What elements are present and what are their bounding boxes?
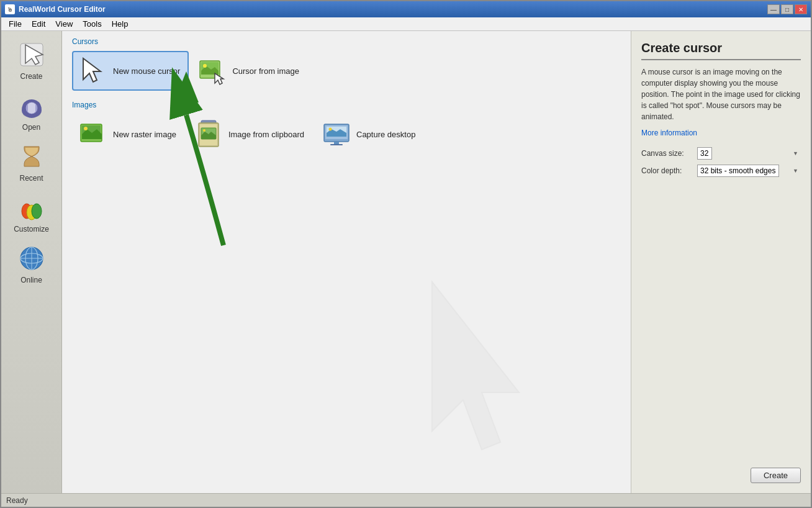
new-mouse-cursor-icon [78, 56, 108, 86]
close-button[interactable]: ✕ [795, 4, 807, 14]
menu-file[interactable]: File [4, 18, 27, 30]
menu-bar: File Edit View Tools Help [1, 17, 811, 31]
capture-desktop-label: Capture desktop [356, 130, 415, 139]
new-raster-image-icon [78, 119, 108, 149]
canvas-size-select[interactable]: 16 24 32 48 64 [697, 147, 712, 160]
title-bar: 🖱 RealWorld Cursor Editor — □ ✕ [1, 1, 811, 17]
menu-tools[interactable]: Tools [78, 18, 106, 30]
maximize-button[interactable]: □ [781, 4, 793, 14]
main-content: Cursors New mouse cursor [62, 31, 631, 493]
more-info-link[interactable]: More information [641, 129, 801, 137]
create-button[interactable]: Create [751, 468, 801, 483]
capture-desktop-card[interactable]: Capture desktop [315, 114, 424, 154]
svg-point-16 [203, 64, 207, 68]
images-section-label: Images [72, 101, 621, 109]
customize-label: Customize [14, 225, 49, 234]
svg-marker-13 [83, 58, 101, 82]
menu-edit[interactable]: Edit [27, 18, 50, 30]
cursor-from-image-card[interactable]: Cursor from image [191, 51, 308, 91]
menu-view[interactable]: View [50, 18, 78, 30]
minimize-button[interactable]: — [767, 4, 780, 14]
capture-desktop-icon [322, 119, 351, 149]
open-icon [17, 91, 47, 120]
new-mouse-cursor-card[interactable]: New mouse cursor [72, 51, 189, 91]
content-area: Cursors New mouse cursor [62, 31, 631, 493]
cursor-from-image-icon [197, 56, 227, 86]
online-label: Online [20, 276, 42, 284]
svg-point-29 [329, 128, 332, 131]
svg-point-20 [84, 127, 88, 130]
svg-point-25 [203, 129, 205, 132]
canvas-size-field: Canvas size: 16 24 32 48 64 [641, 147, 801, 160]
sidebar-item-online[interactable]: Online [4, 240, 59, 288]
create-label: Create [20, 72, 42, 81]
title-bar-left: 🖱 RealWorld Cursor Editor [5, 4, 106, 14]
image-from-clipboard-label: Image from clipboard [228, 130, 304, 139]
canvas-size-select-wrapper: 16 24 32 48 64 [697, 147, 801, 160]
content-inner: Cursors New mouse cursor [62, 31, 631, 170]
panel-title: Create cursor [641, 41, 801, 60]
main-window: 🖱 RealWorld Cursor Editor — □ ✕ File Edi… [0, 0, 812, 508]
sidebar-item-create[interactable]: Create [4, 36, 59, 84]
cursors-section-label: Cursors [72, 37, 621, 46]
online-icon [17, 243, 47, 273]
sidebar-item-open[interactable]: Open [4, 87, 59, 135]
app-body: Create Open [1, 31, 811, 493]
cursors-items-row: New mouse cursor [72, 51, 621, 91]
panel-bottom: Create [641, 468, 801, 483]
recent-icon [17, 142, 47, 171]
color-depth-select-wrapper: 1 bit - monochrome 4 bits - 16 colors 8 … [697, 165, 801, 177]
window-title: RealWorld Cursor Editor [19, 5, 106, 14]
status-text: Ready [6, 496, 796, 505]
svg-rect-31 [330, 144, 343, 145]
customize-icon [17, 193, 47, 222]
canvas-size-label: Canvas size: [641, 149, 697, 158]
panel-description: A mouse cursor is an image moving on the… [641, 66, 801, 122]
title-bar-controls: — □ ✕ [767, 4, 807, 14]
create-icon [17, 40, 47, 70]
color-depth-select[interactable]: 1 bit - monochrome 4 bits - 16 colors 8 … [697, 165, 779, 177]
app-icon: 🖱 [5, 4, 15, 14]
color-depth-field: Color depth: 1 bit - monochrome 4 bits -… [641, 165, 801, 177]
svg-point-6 [32, 204, 42, 219]
recent-label: Recent [19, 174, 43, 183]
menu-help[interactable]: Help [107, 18, 133, 30]
image-from-clipboard-icon [194, 119, 223, 149]
new-raster-image-card[interactable]: New raster image [72, 114, 185, 154]
sidebar: Create Open [1, 31, 62, 493]
new-mouse-cursor-label: New mouse cursor [113, 66, 180, 76]
new-raster-image-label: New raster image [113, 130, 176, 139]
sidebar-item-recent[interactable]: Recent [4, 138, 59, 186]
image-from-clipboard-card[interactable]: Image from clipboard [187, 114, 313, 154]
cursor-from-image-label: Cursor from image [232, 66, 299, 76]
color-depth-label: Color depth: [641, 166, 697, 175]
status-bar: Ready [1, 493, 811, 507]
open-label: Open [22, 123, 40, 132]
images-items-row: New raster image [72, 114, 621, 154]
right-panel: Create cursor A mouse cursor is an image… [631, 31, 811, 493]
svg-rect-30 [334, 142, 339, 144]
sidebar-item-customize[interactable]: Customize [4, 189, 59, 237]
watermark [370, 270, 631, 468]
svg-marker-12 [432, 282, 519, 450]
